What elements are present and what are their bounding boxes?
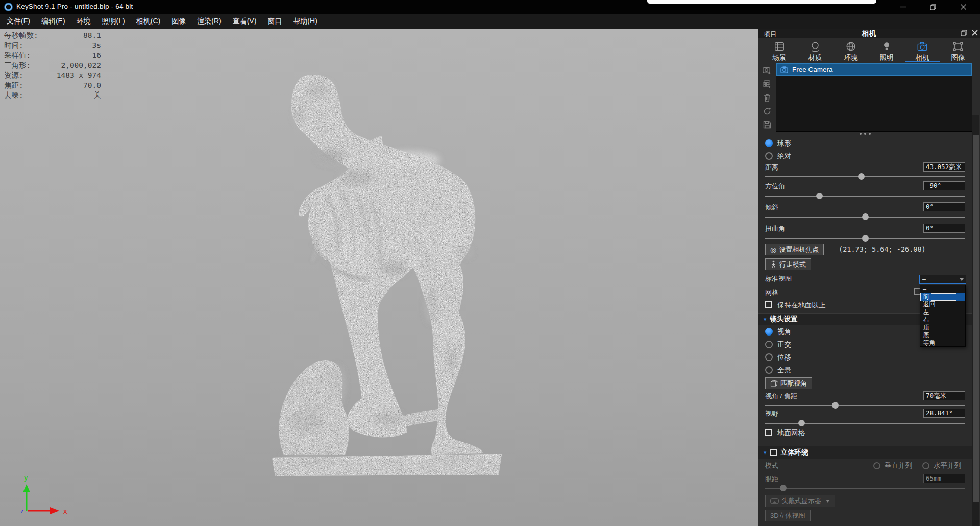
standard-view-label: 标准视图 (765, 274, 792, 283)
fov-label: 视野 (765, 409, 778, 418)
tab-相机[interactable]: 相机 (904, 38, 940, 62)
azimuth-slider[interactable] (765, 193, 965, 199)
menu-item-5[interactable]: 相机(C) (131, 14, 166, 29)
keyshot-logo-icon (4, 3, 13, 11)
fov-slider-handle[interactable] (798, 420, 805, 426)
perspective-radio[interactable] (765, 328, 773, 336)
horizontal-side-by-side-option: 水平并列 (922, 461, 961, 470)
azimuth-slider-handle[interactable] (816, 193, 823, 199)
twist-slider-handle[interactable] (862, 235, 869, 242)
panoramic-radio[interactable] (765, 366, 773, 374)
azimuth-label: 方位角 (765, 182, 785, 191)
menu-item-1[interactable]: 文件(F) (1, 14, 36, 29)
walk-row: 行走模式 (758, 258, 980, 271)
walk-mode-button[interactable]: 行走模式 (765, 258, 811, 270)
splitter-handle[interactable] (758, 133, 972, 135)
chevron-down-icon: ▾ (764, 450, 767, 455)
distance-slider-handle[interactable] (858, 173, 865, 180)
menu-item-4[interactable]: 照明(L) (96, 14, 131, 29)
view-option-–[interactable]: – (920, 285, 965, 293)
focus-row: ◎ 设置相机焦点 (21.73; 5.64; -26.08) (758, 244, 980, 256)
stat-row: 三角形:2,000,022 (4, 61, 101, 71)
twist-row: 扭曲角 0° (758, 224, 980, 234)
panel-scrollbar[interactable] (972, 115, 979, 526)
fov-row: 视野 28.841° (758, 409, 980, 419)
view-option-底[interactable]: 底 (920, 331, 965, 339)
close-panel-icon[interactable] (972, 30, 978, 36)
inclination-slider[interactable] (765, 213, 965, 220)
view-option-顶[interactable]: 顶 (920, 324, 965, 331)
focal-label: 视角 / 焦距 (765, 392, 797, 401)
stat-row: 时间:3s (4, 41, 101, 51)
view-option-等角[interactable]: 等角 (920, 339, 965, 347)
camera-list-item[interactable]: Free Camera (776, 63, 972, 76)
tab-材质[interactable]: 材质 (797, 38, 833, 62)
menu-item-2[interactable]: 编辑(E) (36, 14, 71, 29)
render-stats-overlay: 每秒帧数:88.1时间:3s采样值:16三角形:2,000,022资源:1483… (4, 31, 101, 101)
add-camera-icon[interactable] (762, 65, 772, 75)
camera-toolbar (758, 63, 776, 132)
menu-item-9[interactable]: 窗口 (262, 14, 287, 29)
standard-view-dropdown[interactable]: – (919, 275, 966, 284)
spherical-radio[interactable] (765, 139, 773, 147)
menu-item-3[interactable]: 环境 (71, 14, 96, 29)
view-option-右[interactable]: 右 (920, 316, 965, 324)
menu-item-6[interactable]: 图像 (166, 14, 191, 29)
menu-item-8[interactable]: 查看(V) (227, 14, 262, 29)
title-bar: KeyShot 9.1 Pro - untitled.bip - 64 bit (0, 0, 980, 14)
menu-item-7[interactable]: 渲染(R) (191, 14, 227, 29)
match-perspective-button[interactable]: 匹配视角 (765, 377, 812, 389)
float-panel-icon[interactable] (961, 30, 967, 36)
distance-slider[interactable] (765, 173, 965, 180)
delete-icon[interactable] (763, 93, 772, 103)
close-button[interactable] (951, 0, 975, 14)
scrollbar-thumb[interactable] (973, 135, 979, 502)
menu-item-10[interactable]: 帮助(H) (287, 14, 323, 29)
tab-照明[interactable]: 照明 (869, 38, 904, 62)
orthographic-radio[interactable] (765, 341, 773, 348)
save-icon[interactable] (763, 120, 772, 129)
scene-icon (774, 41, 785, 52)
distance-label: 距离 (765, 163, 778, 172)
target-icon: ◎ (770, 246, 776, 253)
panoramic-label: 全景 (777, 366, 791, 375)
inclination-field[interactable]: 0° (923, 202, 965, 211)
stat-row: 去噪:关 (4, 90, 101, 101)
shift-radio[interactable] (765, 353, 773, 361)
match-perspective-icon (770, 380, 778, 387)
camera-list[interactable]: Free Camera (776, 63, 972, 132)
absolute-radio[interactable] (765, 152, 773, 160)
view-option-左[interactable]: 左 (920, 308, 965, 316)
orthographic-label: 正交 (777, 340, 791, 349)
keep-above-ground-checkbox[interactable] (765, 301, 772, 308)
minimize-button[interactable] (891, 0, 915, 14)
stereo-checkbox[interactable] (770, 449, 777, 456)
set-camera-focus-button[interactable]: ◎ 设置相机焦点 (765, 244, 824, 255)
add-multi-camera-icon[interactable] (762, 79, 772, 89)
focal-field[interactable]: 70毫米 (923, 391, 965, 400)
axis-z-label: z (20, 507, 24, 515)
tab-图像[interactable]: 图像 (940, 38, 976, 62)
spherical-label: 球形 (777, 139, 791, 148)
stereo-section[interactable]: ▾ 立体环绕 (758, 446, 972, 459)
fov-slider[interactable] (765, 420, 965, 426)
inclination-slider-handle[interactable] (862, 213, 869, 220)
render-viewport[interactable]: 每秒帧数:88.1时间:3s采样值:16三角形:2,000,022资源:1483… (0, 29, 758, 526)
reset-icon[interactable] (763, 107, 772, 116)
ground-grid-checkbox[interactable] (765, 429, 772, 436)
view-option-返回[interactable]: 返回 (920, 301, 965, 308)
focal-slider-handle[interactable] (832, 402, 839, 409)
view-option-前[interactable]: 前 (920, 293, 965, 301)
twist-slider[interactable] (765, 235, 965, 242)
tab-场景[interactable]: 场景 (762, 38, 797, 62)
tab-环境[interactable]: 环境 (833, 38, 869, 62)
chevron-down-icon (826, 500, 830, 503)
fov-field[interactable]: 28.841° (923, 409, 965, 418)
focal-slider[interactable] (765, 402, 965, 409)
material-icon (810, 41, 821, 52)
match-row: 匹配视角 (758, 377, 980, 389)
twist-field[interactable]: 0° (923, 224, 965, 233)
azimuth-field[interactable]: -90° (923, 181, 965, 190)
maximize-restore-button[interactable] (921, 0, 945, 14)
distance-field[interactable]: 43.052毫米 (923, 162, 965, 172)
